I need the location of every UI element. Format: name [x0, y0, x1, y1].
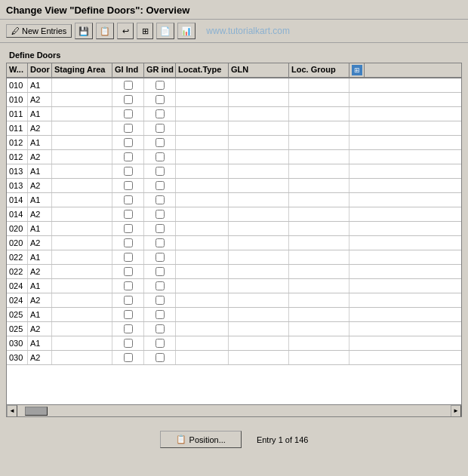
nav-button-1[interactable]: ⊞ — [137, 23, 153, 39]
table-row[interactable]: 012A2 — [7, 150, 461, 164]
table-row[interactable]: 014A1 — [7, 193, 461, 207]
table-row[interactable]: 020A2 — [7, 236, 461, 250]
cell-gr-ind[interactable] — [144, 279, 176, 293]
gi-ind-checkbox[interactable] — [124, 109, 133, 118]
gr-ind-checkbox[interactable] — [155, 339, 165, 348]
table-row[interactable]: 010A2 — [7, 93, 461, 107]
table-row[interactable]: 030A2 — [7, 351, 461, 365]
table-row[interactable]: 020A1 — [7, 222, 461, 236]
h-scroll-right-arrow[interactable]: ► — [451, 405, 461, 417]
gr-ind-checkbox[interactable] — [155, 210, 165, 219]
gr-ind-checkbox[interactable] — [155, 224, 165, 233]
gr-ind-checkbox[interactable] — [155, 109, 165, 118]
cell-gi-ind[interactable] — [112, 78, 144, 92]
cell-gi-ind[interactable] — [112, 93, 144, 106]
h-scroll-track[interactable] — [17, 405, 451, 417]
gi-ind-checkbox[interactable] — [124, 296, 133, 305]
gi-ind-checkbox[interactable] — [124, 253, 133, 262]
cell-gi-ind[interactable] — [112, 265, 144, 278]
gi-ind-checkbox[interactable] — [124, 238, 133, 247]
gr-ind-checkbox[interactable] — [155, 267, 165, 276]
gr-ind-checkbox[interactable] — [155, 281, 165, 290]
table-row[interactable]: 025A1 — [7, 308, 461, 322]
horizontal-scrollbar[interactable]: ◄ ► — [7, 404, 461, 416]
cell-gr-ind[interactable] — [144, 121, 176, 135]
gi-ind-checkbox[interactable] — [124, 81, 133, 90]
gi-ind-checkbox[interactable] — [124, 138, 133, 147]
cell-gi-ind[interactable] — [112, 179, 144, 192]
gr-ind-checkbox[interactable] — [155, 324, 165, 333]
col-config-icon-header[interactable]: ⊞ — [349, 63, 365, 77]
cell-gi-ind[interactable] — [112, 207, 144, 221]
cell-gi-ind[interactable] — [112, 107, 144, 121]
gr-ind-checkbox[interactable] — [155, 310, 165, 319]
gi-ind-checkbox[interactable] — [124, 353, 133, 362]
table-row[interactable]: 012A1 — [7, 136, 461, 150]
cell-gr-ind[interactable] — [144, 293, 176, 307]
cell-gi-ind[interactable] — [112, 150, 144, 164]
gr-ind-checkbox[interactable] — [155, 81, 165, 90]
new-entries-button[interactable]: 🖊 New Entries — [6, 24, 72, 38]
gi-ind-checkbox[interactable] — [124, 267, 133, 276]
cell-gr-ind[interactable] — [144, 308, 176, 321]
cell-gr-ind[interactable] — [144, 193, 176, 207]
table-row[interactable]: 024A2 — [7, 293, 461, 308]
gr-ind-checkbox[interactable] — [155, 95, 165, 104]
cell-gi-ind[interactable] — [112, 308, 144, 321]
h-scroll-thumb[interactable] — [25, 407, 48, 416]
gr-ind-checkbox[interactable] — [155, 238, 165, 247]
cell-gr-ind[interactable] — [144, 250, 176, 264]
undo-button[interactable]: ↩ — [117, 23, 134, 39]
table-row[interactable]: 011A1 — [7, 107, 461, 121]
cell-gi-ind[interactable] — [112, 250, 144, 264]
gr-ind-checkbox[interactable] — [155, 296, 165, 305]
table-row[interactable]: 013A1 — [7, 164, 461, 179]
gi-ind-checkbox[interactable] — [124, 195, 133, 204]
table-row[interactable]: 030A1 — [7, 336, 461, 351]
cell-gi-ind[interactable] — [112, 164, 144, 178]
h-scroll-left-arrow[interactable]: ◄ — [7, 405, 17, 417]
cell-gi-ind[interactable] — [112, 322, 144, 336]
table-row[interactable]: 011A2 — [7, 121, 461, 136]
gi-ind-checkbox[interactable] — [124, 210, 133, 219]
nav-button-2[interactable]: 📄 — [156, 23, 174, 39]
col-config-icon[interactable]: ⊞ — [352, 65, 362, 75]
gi-ind-checkbox[interactable] — [124, 324, 133, 333]
gi-ind-checkbox[interactable] — [124, 281, 133, 290]
cell-gr-ind[interactable] — [144, 78, 176, 92]
cell-gi-ind[interactable] — [112, 336, 144, 350]
cell-gr-ind[interactable] — [144, 265, 176, 278]
gi-ind-checkbox[interactable] — [124, 181, 133, 190]
table-body[interactable]: 010A1010A2011A1011A2012A1012A2013A1013A2… — [7, 78, 461, 404]
cell-gr-ind[interactable] — [144, 179, 176, 192]
cell-gi-ind[interactable] — [112, 351, 144, 364]
cell-gr-ind[interactable] — [144, 164, 176, 178]
gr-ind-checkbox[interactable] — [155, 167, 165, 176]
cell-gi-ind[interactable] — [112, 121, 144, 135]
table-row[interactable]: 014A2 — [7, 207, 461, 222]
save-button[interactable]: 💾 — [75, 23, 93, 39]
table-row[interactable]: 010A1 — [7, 78, 461, 93]
position-button[interactable]: 📋 Position... — [160, 431, 242, 448]
nav-button-3[interactable]: 📊 — [177, 23, 196, 39]
gi-ind-checkbox[interactable] — [124, 152, 133, 161]
gr-ind-checkbox[interactable] — [155, 253, 165, 262]
cell-gr-ind[interactable] — [144, 236, 176, 250]
cell-gr-ind[interactable] — [144, 351, 176, 364]
gi-ind-checkbox[interactable] — [124, 167, 133, 176]
cell-gi-ind[interactable] — [112, 222, 144, 235]
table-row[interactable]: 025A2 — [7, 322, 461, 336]
gr-ind-checkbox[interactable] — [155, 152, 165, 161]
copy-button[interactable]: 📋 — [96, 23, 114, 39]
cell-gr-ind[interactable] — [144, 93, 176, 106]
table-row[interactable]: 013A2 — [7, 179, 461, 193]
table-row[interactable]: 022A2 — [7, 265, 461, 279]
gi-ind-checkbox[interactable] — [124, 339, 133, 348]
gi-ind-checkbox[interactable] — [124, 224, 133, 233]
gi-ind-checkbox[interactable] — [124, 310, 133, 319]
gi-ind-checkbox[interactable] — [124, 95, 133, 104]
cell-gr-ind[interactable] — [144, 222, 176, 235]
gr-ind-checkbox[interactable] — [155, 181, 165, 190]
gr-ind-checkbox[interactable] — [155, 195, 165, 204]
cell-gr-ind[interactable] — [144, 336, 176, 350]
